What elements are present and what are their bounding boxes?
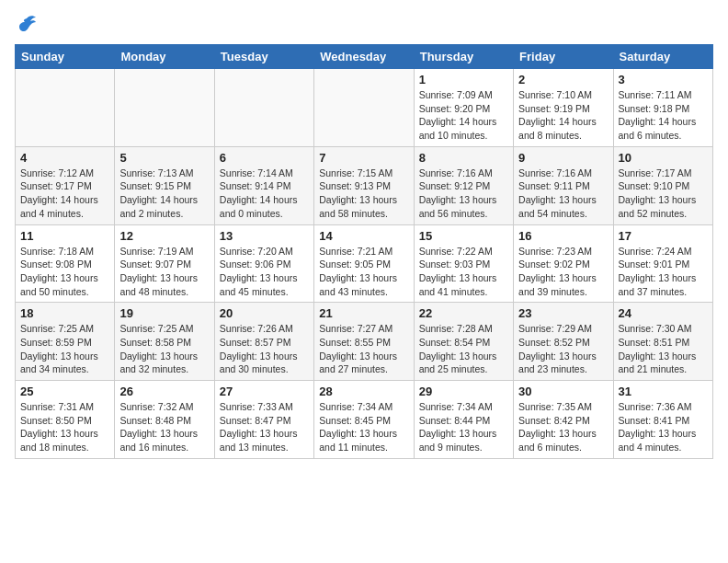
calendar-cell: 5Sunrise: 7:13 AM Sunset: 9:15 PM Daylig… xyxy=(115,146,214,224)
calendar-cell: 15Sunrise: 7:22 AM Sunset: 9:03 PM Dayli… xyxy=(414,224,513,303)
day-info: Sunrise: 7:32 AM Sunset: 8:48 PM Dayligh… xyxy=(119,400,209,454)
day-number: 14 xyxy=(319,229,408,243)
day-info: Sunrise: 7:21 AM Sunset: 9:05 PM Dayligh… xyxy=(319,245,408,299)
day-number: 19 xyxy=(119,306,209,320)
day-info: Sunrise: 7:35 AM Sunset: 8:42 PM Dayligh… xyxy=(518,400,608,454)
header-thursday: Thursday xyxy=(414,45,513,69)
header-sunday: Sunday xyxy=(16,45,115,69)
day-info: Sunrise: 7:14 AM Sunset: 9:14 PM Dayligh… xyxy=(220,167,309,221)
day-info: Sunrise: 7:22 AM Sunset: 9:03 PM Dayligh… xyxy=(419,245,508,299)
calendar-cell: 30Sunrise: 7:35 AM Sunset: 8:42 PM Dayli… xyxy=(514,381,613,459)
day-number: 16 xyxy=(518,229,608,243)
day-number: 1 xyxy=(419,73,508,86)
calendar-cell: 25Sunrise: 7:31 AM Sunset: 8:50 PM Dayli… xyxy=(16,381,115,459)
day-number: 27 xyxy=(220,385,309,398)
day-info: Sunrise: 7:31 AM Sunset: 8:50 PM Dayligh… xyxy=(20,400,109,454)
day-info: Sunrise: 7:20 AM Sunset: 9:06 PM Dayligh… xyxy=(220,245,309,299)
calendar-week-row: 4Sunrise: 7:12 AM Sunset: 9:17 PM Daylig… xyxy=(16,146,713,224)
day-number: 17 xyxy=(619,229,708,243)
day-number: 12 xyxy=(119,229,209,243)
day-info: Sunrise: 7:18 AM Sunset: 9:08 PM Dayligh… xyxy=(20,245,109,299)
day-info: Sunrise: 7:27 AM Sunset: 8:55 PM Dayligh… xyxy=(319,322,408,376)
logo-bird-icon xyxy=(17,15,37,37)
calendar-week-row: 11Sunrise: 7:18 AM Sunset: 9:08 PM Dayli… xyxy=(16,224,713,303)
day-number: 20 xyxy=(220,306,309,320)
calendar-cell: 13Sunrise: 7:20 AM Sunset: 9:06 PM Dayli… xyxy=(214,224,313,303)
header-saturday: Saturday xyxy=(613,45,712,69)
calendar-cell xyxy=(314,69,414,147)
day-number: 4 xyxy=(20,151,109,165)
day-number: 2 xyxy=(518,73,608,86)
calendar-cell: 28Sunrise: 7:34 AM Sunset: 8:45 PM Dayli… xyxy=(314,381,414,459)
day-number: 5 xyxy=(119,151,209,165)
day-info: Sunrise: 7:16 AM Sunset: 9:12 PM Dayligh… xyxy=(419,167,508,221)
calendar-cell xyxy=(16,69,115,147)
calendar-cell: 22Sunrise: 7:28 AM Sunset: 8:54 PM Dayli… xyxy=(414,303,513,381)
calendar-cell: 14Sunrise: 7:21 AM Sunset: 9:05 PM Dayli… xyxy=(314,224,414,303)
calendar-cell xyxy=(115,69,214,147)
day-info: Sunrise: 7:25 AM Sunset: 8:59 PM Dayligh… xyxy=(20,322,109,376)
calendar-table: Sunday Monday Tuesday Wednesday Thursday… xyxy=(15,44,713,459)
header-friday: Friday xyxy=(514,45,613,69)
calendar-cell: 19Sunrise: 7:25 AM Sunset: 8:58 PM Dayli… xyxy=(115,303,214,381)
day-info: Sunrise: 7:25 AM Sunset: 8:58 PM Dayligh… xyxy=(119,322,209,376)
page-header xyxy=(15,15,713,33)
calendar-cell: 2Sunrise: 7:10 AM Sunset: 9:19 PM Daylig… xyxy=(514,69,613,147)
calendar-cell: 12Sunrise: 7:19 AM Sunset: 9:07 PM Dayli… xyxy=(115,224,214,303)
calendar-cell: 17Sunrise: 7:24 AM Sunset: 9:01 PM Dayli… xyxy=(613,224,712,303)
day-number: 11 xyxy=(20,229,109,243)
day-info: Sunrise: 7:11 AM Sunset: 9:18 PM Dayligh… xyxy=(619,88,708,143)
day-number: 25 xyxy=(20,385,109,398)
header-tuesday: Tuesday xyxy=(214,45,313,69)
calendar-cell: 20Sunrise: 7:26 AM Sunset: 8:57 PM Dayli… xyxy=(214,303,313,381)
day-info: Sunrise: 7:12 AM Sunset: 9:17 PM Dayligh… xyxy=(20,167,109,221)
calendar-week-row: 18Sunrise: 7:25 AM Sunset: 8:59 PM Dayli… xyxy=(16,303,713,381)
day-number: 21 xyxy=(319,306,408,320)
calendar-cell: 23Sunrise: 7:29 AM Sunset: 8:52 PM Dayli… xyxy=(514,303,613,381)
day-info: Sunrise: 7:23 AM Sunset: 9:02 PM Dayligh… xyxy=(518,245,608,299)
calendar-cell: 18Sunrise: 7:25 AM Sunset: 8:59 PM Dayli… xyxy=(16,303,115,381)
day-number: 29 xyxy=(419,385,508,398)
day-number: 7 xyxy=(319,151,408,165)
calendar-cell: 27Sunrise: 7:33 AM Sunset: 8:47 PM Dayli… xyxy=(214,381,313,459)
day-info: Sunrise: 7:09 AM Sunset: 9:20 PM Dayligh… xyxy=(419,88,508,143)
calendar-cell: 6Sunrise: 7:14 AM Sunset: 9:14 PM Daylig… xyxy=(214,146,313,224)
day-number: 24 xyxy=(619,306,708,320)
calendar-cell: 4Sunrise: 7:12 AM Sunset: 9:17 PM Daylig… xyxy=(16,146,115,224)
calendar-week-row: 1Sunrise: 7:09 AM Sunset: 9:20 PM Daylig… xyxy=(16,69,713,147)
day-info: Sunrise: 7:26 AM Sunset: 8:57 PM Dayligh… xyxy=(220,322,309,376)
calendar-cell: 8Sunrise: 7:16 AM Sunset: 9:12 PM Daylig… xyxy=(414,146,513,224)
day-number: 18 xyxy=(20,306,109,320)
calendar-cell: 10Sunrise: 7:17 AM Sunset: 9:10 PM Dayli… xyxy=(613,146,712,224)
day-number: 10 xyxy=(619,151,708,165)
calendar-cell: 31Sunrise: 7:36 AM Sunset: 8:41 PM Dayli… xyxy=(613,381,712,459)
day-info: Sunrise: 7:34 AM Sunset: 8:44 PM Dayligh… xyxy=(419,400,508,454)
day-info: Sunrise: 7:36 AM Sunset: 8:41 PM Dayligh… xyxy=(619,400,708,454)
header-wednesday: Wednesday xyxy=(314,45,414,69)
day-number: 15 xyxy=(419,229,508,243)
day-info: Sunrise: 7:33 AM Sunset: 8:47 PM Dayligh… xyxy=(220,400,309,454)
day-info: Sunrise: 7:17 AM Sunset: 9:10 PM Dayligh… xyxy=(619,167,708,221)
day-info: Sunrise: 7:24 AM Sunset: 9:01 PM Dayligh… xyxy=(619,245,708,299)
day-number: 22 xyxy=(419,306,508,320)
day-info: Sunrise: 7:34 AM Sunset: 8:45 PM Dayligh… xyxy=(319,400,408,454)
day-info: Sunrise: 7:28 AM Sunset: 8:54 PM Dayligh… xyxy=(419,322,508,376)
day-number: 9 xyxy=(518,151,608,165)
day-number: 13 xyxy=(220,229,309,243)
day-info: Sunrise: 7:30 AM Sunset: 8:51 PM Dayligh… xyxy=(619,322,708,376)
day-number: 28 xyxy=(319,385,408,398)
day-number: 8 xyxy=(419,151,508,165)
calendar-cell: 26Sunrise: 7:32 AM Sunset: 8:48 PM Dayli… xyxy=(115,381,214,459)
day-info: Sunrise: 7:29 AM Sunset: 8:52 PM Dayligh… xyxy=(518,322,608,376)
calendar-cell: 9Sunrise: 7:16 AM Sunset: 9:11 PM Daylig… xyxy=(514,146,613,224)
calendar-cell: 16Sunrise: 7:23 AM Sunset: 9:02 PM Dayli… xyxy=(514,224,613,303)
calendar-week-row: 25Sunrise: 7:31 AM Sunset: 8:50 PM Dayli… xyxy=(16,381,713,459)
logo xyxy=(15,15,37,33)
calendar-cell: 21Sunrise: 7:27 AM Sunset: 8:55 PM Dayli… xyxy=(314,303,414,381)
day-info: Sunrise: 7:10 AM Sunset: 9:19 PM Dayligh… xyxy=(518,88,608,143)
calendar-cell xyxy=(214,69,313,147)
calendar-cell: 24Sunrise: 7:30 AM Sunset: 8:51 PM Dayli… xyxy=(613,303,712,381)
day-info: Sunrise: 7:13 AM Sunset: 9:15 PM Dayligh… xyxy=(119,167,209,221)
day-number: 26 xyxy=(119,385,209,398)
calendar-header-row: Sunday Monday Tuesday Wednesday Thursday… xyxy=(16,45,713,69)
